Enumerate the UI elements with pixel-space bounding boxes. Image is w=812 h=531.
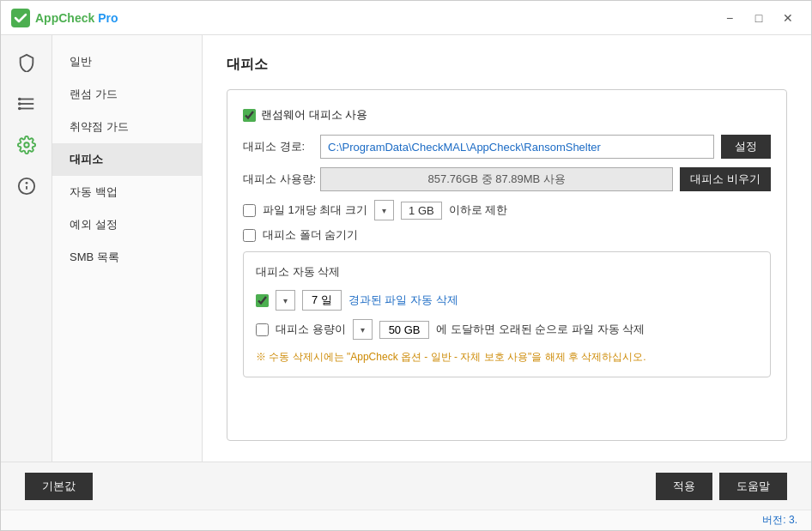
auto-delete-capacity-value: 50 GB (379, 321, 430, 339)
svg-point-5 (18, 103, 20, 105)
auto-delete-row2-text: 에 도달하면 오래된 순으로 파일 자동 삭제 (436, 322, 645, 337)
default-button[interactable]: 기본값 (25, 473, 93, 500)
svg-point-6 (18, 108, 20, 110)
auto-delete-row2-label: 대피소 용량이 (276, 322, 346, 337)
svg-rect-0 (11, 9, 30, 27)
auto-delete-row1-checkbox[interactable] (256, 294, 269, 307)
auto-delete-row2-dropdown[interactable]: ▾ (353, 319, 373, 340)
settings-panel: 랜섬웨어 대피소 사용 대피소 경로: 설정 대피소 사용량: 857.76GB… (227, 89, 787, 441)
apply-button[interactable]: 적용 (656, 473, 712, 500)
file-size-dropdown[interactable]: ▾ (374, 200, 394, 220)
titlebar: AppCheck Pro − □ ✕ (1, 1, 811, 35)
shelter-path-input[interactable] (320, 135, 714, 159)
shelter-path-row: 대피소 경로: 설정 (243, 135, 771, 159)
auto-delete-row1-text: 경과된 파일 자동 삭제 (348, 293, 458, 308)
svg-point-4 (18, 99, 20, 100)
sidebar-icon-gear[interactable] (8, 126, 45, 164)
auto-delete-title: 대피소 자동 삭제 (256, 264, 758, 280)
auto-delete-row1: ▾ 7 일 경과된 파일 자동 삭제 (256, 290, 758, 311)
svg-point-7 (24, 142, 29, 148)
auto-delete-row2: 대피소 용량이 ▾ 50 GB 에 도달하면 오래된 순으로 파일 자동 삭제 (256, 319, 758, 340)
window-controls: − □ ✕ (717, 8, 801, 28)
app-logo: AppCheck Pro (11, 9, 118, 27)
minimize-button[interactable]: − (717, 8, 742, 28)
app-title: AppCheck Pro (35, 11, 118, 25)
shelter-usage-label: 대피소 사용량: (243, 172, 320, 187)
chevron-down-icon: ▾ (361, 325, 365, 335)
chevron-down-icon: ▾ (382, 206, 386, 215)
help-button[interactable]: 도움말 (719, 473, 787, 500)
hide-folder-label: 대피소 폴더 숨기기 (263, 227, 358, 243)
clear-button[interactable]: 대피소 비우기 (680, 167, 771, 191)
file-size-limit-checkbox[interactable] (243, 204, 256, 217)
auto-delete-row2-checkbox[interactable] (256, 323, 269, 336)
hide-folder-checkbox[interactable] (243, 229, 256, 242)
sidebar-icon-list[interactable] (8, 85, 45, 123)
nav-item-smb-list[interactable]: SMB 목록 (52, 241, 202, 274)
content-area: 대피소 랜섬웨어 대피소 사용 대피소 경로: 설정 대피소 사용량: 857.… (203, 35, 811, 462)
auto-delete-row1-dropdown[interactable]: ▾ (276, 290, 295, 311)
maximize-button[interactable]: □ (746, 8, 772, 28)
ransomware-shelter-checkbox[interactable] (243, 109, 256, 122)
nav-sidebar: 일반 랜섬 가드 취약점 가드 대피소 자동 백업 예외 설정 SMB 목록 (52, 35, 203, 462)
sidebar-icon-info[interactable] (8, 167, 45, 205)
icon-sidebar (1, 35, 52, 462)
auto-delete-days-value: 7 일 (302, 290, 342, 311)
nav-item-auto-backup[interactable]: 자동 백업 (52, 176, 202, 208)
nav-item-general[interactable]: 일반 (52, 45, 202, 78)
nav-item-ransom-guard[interactable]: 랜섬 가드 (52, 78, 202, 111)
notice-text: ※ 수동 삭제시에는 "AppCheck 옵션 - 일반 - 자체 보호 사용"… (256, 350, 758, 365)
set-button[interactable]: 설정 (721, 135, 771, 159)
chevron-down-icon: ▾ (283, 296, 288, 305)
close-button[interactable]: ✕ (775, 8, 801, 28)
appcheck-logo-icon (11, 9, 30, 27)
nav-item-shelter[interactable]: 대피소 (52, 143, 202, 176)
file-size-limit-row: 파일 1개당 최대 크기 ▾ 1 GB 이하로 제한 (243, 200, 771, 220)
version-bar: 버전: 3. (1, 510, 811, 530)
page-title: 대피소 (227, 56, 787, 74)
file-size-suffix: 이하로 제한 (449, 202, 508, 218)
auto-delete-box: 대피소 자동 삭제 ▾ 7 일 경과된 파일 자동 삭제 대피소 용량이 (243, 251, 771, 377)
hide-folder-row: 대피소 폴더 숨기기 (243, 227, 771, 243)
sidebar-icon-shield[interactable] (8, 44, 45, 81)
file-size-value: 1 GB (401, 202, 442, 220)
file-size-limit-label: 파일 1개당 최대 크기 (263, 202, 367, 218)
bottom-bar: 기본값 적용 도움말 (1, 462, 811, 510)
shelter-path-label: 대피소 경로: (243, 139, 320, 154)
main-layout: 일반 랜섬 가드 취약점 가드 대피소 자동 백업 예외 설정 SMB 목록 대… (1, 35, 811, 462)
ransomware-shelter-row: 랜섬웨어 대피소 사용 (243, 107, 771, 123)
shelter-usage-row: 대피소 사용량: 857.76GB 중 87.89MB 사용 대피소 비우기 (243, 167, 771, 191)
nav-item-vulnerability-guard[interactable]: 취약점 가드 (52, 111, 202, 143)
nav-item-exceptions[interactable]: 예외 설정 (52, 208, 202, 241)
ransomware-shelter-label: 랜섬웨어 대피소 사용 (261, 107, 367, 123)
shelter-usage-value: 857.76GB 중 87.89MB 사용 (320, 167, 673, 191)
version-text: 버전: 3. (762, 513, 797, 528)
